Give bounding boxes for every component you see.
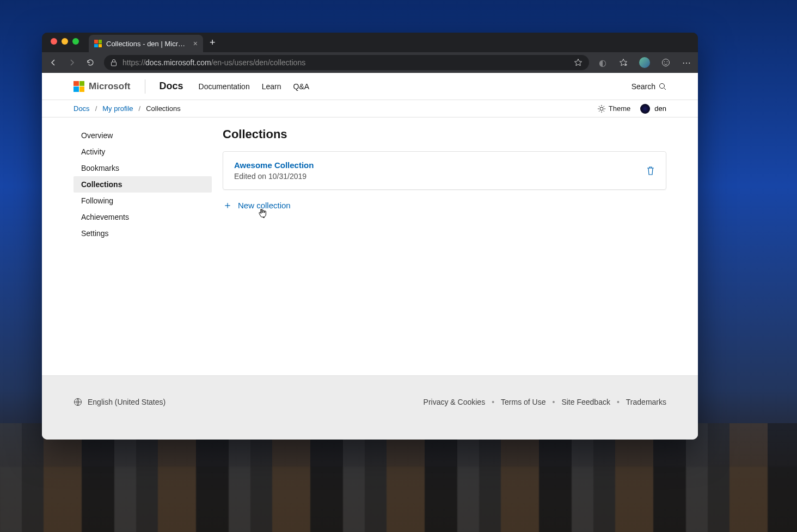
plus-icon: ＋ xyxy=(223,199,232,212)
sidebar-item-settings[interactable]: Settings xyxy=(73,225,212,242)
forward-button[interactable] xyxy=(67,58,77,67)
svg-point-5 xyxy=(600,107,603,110)
back-button[interactable] xyxy=(48,58,58,67)
theme-toggle[interactable]: Theme xyxy=(598,104,630,113)
favorite-star-icon[interactable] xyxy=(574,58,583,67)
content-area: Overview Activity Bookmarks Collections … xyxy=(42,117,698,375)
page-content: Microsoft Docs Documentation Learn Q&A S… xyxy=(42,73,698,440)
sidebar-item-overview[interactable]: Overview xyxy=(73,127,212,144)
svg-point-2 xyxy=(664,61,665,63)
sub-header: Docs / My profile / Collections Theme de… xyxy=(42,100,698,117)
new-collection-button[interactable]: ＋ New collection xyxy=(223,199,666,212)
search-icon xyxy=(659,83,666,90)
svg-rect-0 xyxy=(112,62,117,66)
header-divider xyxy=(145,79,145,94)
microsoft-logo[interactable]: Microsoft xyxy=(73,81,131,92)
url-text: https://docs.microsoft.com/en-us/users/d… xyxy=(122,58,305,67)
collection-card[interactable]: Awesome Collection Edited on 10/31/2019 xyxy=(223,151,666,190)
sidebar-item-activity[interactable]: Activity xyxy=(73,144,212,160)
footer-trademarks[interactable]: Trademarks xyxy=(626,398,666,406)
crumb-profile[interactable]: My profile xyxy=(102,104,133,113)
minimize-window-button[interactable] xyxy=(62,38,68,45)
reload-button[interactable] xyxy=(85,58,95,67)
main-panel: Collections Awesome Collection Edited on… xyxy=(223,127,666,375)
sidebar-item-bookmarks[interactable]: Bookmarks xyxy=(73,160,212,176)
toolbar-right: ◐ ⋯ xyxy=(598,57,691,68)
svg-point-3 xyxy=(667,61,668,63)
avatar xyxy=(640,104,650,114)
nav-documentation[interactable]: Documentation xyxy=(199,82,250,91)
delete-collection-button[interactable] xyxy=(646,166,655,176)
footer-feedback[interactable]: Site Feedback xyxy=(561,398,610,406)
footer-terms[interactable]: Terms of Use xyxy=(501,398,545,406)
browser-window: Collections - den | Microsoft Do × + htt… xyxy=(42,33,698,440)
footer-privacy[interactable]: Privacy & Cookies xyxy=(424,398,486,406)
microsoft-wordmark: Microsoft xyxy=(89,81,131,92)
browser-tabstrip: Collections - den | Microsoft Do × + xyxy=(42,33,698,52)
nav-learn[interactable]: Learn xyxy=(262,82,281,91)
site-footer: English (United States) Privacy & Cookie… xyxy=(42,375,698,440)
footer-links: Privacy & Cookies • Terms of Use • Site … xyxy=(424,398,666,406)
menu-icon[interactable]: ⋯ xyxy=(682,58,691,67)
browser-toolbar: https://docs.microsoft.com/en-us/users/d… xyxy=(42,52,698,73)
microsoft-logo-icon xyxy=(73,81,84,92)
product-name[interactable]: Docs xyxy=(160,81,183,92)
new-tab-button[interactable]: + xyxy=(203,37,222,48)
address-bar[interactable]: https://docs.microsoft.com/en-us/users/d… xyxy=(104,55,589,70)
sidebar-item-following[interactable]: Following xyxy=(73,193,212,209)
collection-subtitle: Edited on 10/31/2019 xyxy=(234,172,646,181)
tab-favicon xyxy=(94,40,102,47)
language-selector[interactable]: English (United States) xyxy=(73,398,165,406)
user-menu[interactable]: den xyxy=(640,104,666,114)
crumb-docs[interactable]: Docs xyxy=(73,104,90,113)
maximize-window-button[interactable] xyxy=(72,38,79,45)
profile-icon[interactable] xyxy=(639,57,650,68)
tab-title: Collections - den | Microsoft Do xyxy=(106,40,189,48)
feedback-icon[interactable] xyxy=(661,58,671,67)
crumb-current: Collections xyxy=(146,104,181,113)
sun-icon xyxy=(598,105,605,113)
page-title: Collections xyxy=(223,127,666,141)
nav-qa[interactable]: Q&A xyxy=(293,82,310,91)
tab-close-button[interactable]: × xyxy=(193,40,198,47)
svg-point-4 xyxy=(660,83,665,88)
close-window-button[interactable] xyxy=(51,38,57,45)
header-nav: Documentation Learn Q&A xyxy=(199,82,310,91)
browser-tab[interactable]: Collections - den | Microsoft Do × xyxy=(89,35,203,52)
extension-icon[interactable]: ◐ xyxy=(598,58,608,67)
sidebar-item-achievements[interactable]: Achievements xyxy=(73,209,212,225)
svg-point-1 xyxy=(663,59,670,66)
sidebar: Overview Activity Bookmarks Collections … xyxy=(73,127,212,375)
breadcrumb: Docs / My profile / Collections xyxy=(73,104,181,113)
site-header: Microsoft Docs Documentation Learn Q&A S… xyxy=(42,73,698,100)
favorites-icon[interactable] xyxy=(618,58,628,67)
sidebar-item-collections[interactable]: Collections xyxy=(73,176,212,193)
search-button[interactable]: Search xyxy=(632,82,666,91)
lock-icon xyxy=(111,59,117,66)
collection-title: Awesome Collection xyxy=(234,160,646,170)
username: den xyxy=(654,104,666,113)
window-controls xyxy=(47,33,84,45)
globe-icon xyxy=(73,398,82,406)
